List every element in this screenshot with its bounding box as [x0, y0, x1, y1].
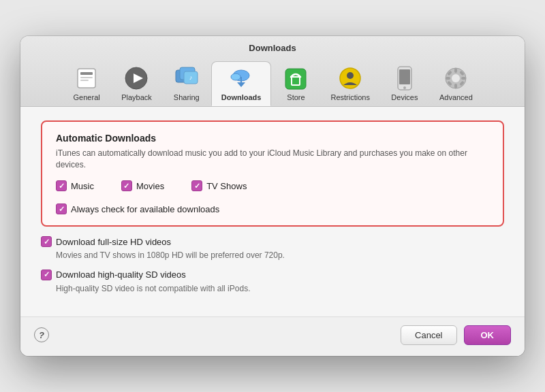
hd-desc: Movies and TV shows in 1080p HD will be …: [56, 250, 504, 261]
tab-downloads[interactable]: Downloads: [211, 61, 272, 106]
footer: ? Cancel OK: [20, 316, 525, 356]
dialog-window: Downloads General: [20, 36, 525, 355]
tab-store[interactable]: Store: [271, 61, 320, 106]
hd-section: Download full-size HD videos Movies and …: [41, 236, 504, 261]
svg-rect-25: [446, 77, 450, 80]
sd-desc: High-quality SD video is not compatible …: [56, 283, 504, 295]
always-check-row[interactable]: Always check for available downloads: [56, 203, 489, 214]
tab-store-label: Store: [287, 93, 305, 101]
tab-restrictions[interactable]: Restrictions: [320, 61, 379, 106]
sharing-icon: ♪: [174, 66, 199, 91]
toolbar: General Playback: [20, 59, 525, 106]
playback-icon: [124, 66, 149, 91]
music-label: Music: [71, 181, 94, 191]
tab-devices-label: Devices: [391, 93, 418, 101]
tab-general[interactable]: General: [62, 61, 111, 106]
general-icon: [74, 66, 99, 91]
hd-row[interactable]: Download full-size HD videos: [41, 236, 504, 247]
svg-text:♪: ♪: [189, 74, 193, 81]
sd-section: Download high-quality SD videos High-qua…: [41, 270, 504, 295]
ok-button[interactable]: OK: [464, 325, 512, 345]
svg-marker-13: [237, 82, 245, 87]
music-checkbox-item[interactable]: Music: [56, 180, 94, 191]
title-bar: Downloads General: [20, 36, 525, 107]
svg-point-22: [452, 74, 460, 82]
hd-label: Download full-size HD videos: [56, 237, 171, 247]
movies-checkbox-item[interactable]: Movies: [121, 180, 164, 191]
tab-general-label: General: [74, 93, 100, 101]
auto-downloads-desc: iTunes can automatically download music …: [56, 148, 489, 171]
svg-rect-3: [80, 80, 89, 81]
cancel-button[interactable]: Cancel: [401, 325, 456, 345]
tab-playback[interactable]: Playback: [111, 61, 162, 106]
sd-row[interactable]: Download high-quality SD videos: [41, 270, 504, 280]
tab-restrictions-label: Restrictions: [330, 93, 369, 101]
movies-label: Movies: [136, 181, 164, 191]
tab-advanced[interactable]: Advanced: [429, 61, 483, 106]
content-area: Automatic Downloads iTunes can automatic…: [20, 107, 525, 316]
help-button[interactable]: ?: [34, 327, 49, 342]
tv-shows-label: TV Shows: [206, 181, 247, 191]
sd-checkbox[interactable]: [41, 270, 52, 280]
svg-point-11: [231, 74, 240, 80]
store-icon: [283, 66, 308, 91]
tab-downloads-label: Downloads: [221, 93, 262, 101]
tv-shows-checkbox-item[interactable]: TV Shows: [191, 180, 247, 191]
window-title: Downloads: [20, 43, 525, 53]
svg-rect-2: [80, 77, 93, 78]
advanced-icon: [443, 66, 468, 91]
always-check-checkbox[interactable]: [56, 203, 67, 214]
svg-rect-23: [454, 68, 457, 73]
music-checkbox[interactable]: [56, 180, 67, 191]
svg-point-17: [347, 72, 354, 79]
svg-point-20: [403, 86, 406, 89]
restrictions-icon: [338, 66, 362, 91]
svg-rect-26: [461, 77, 466, 80]
tab-devices[interactable]: Devices: [380, 61, 429, 106]
checkboxes-row: Music Movies TV Shows: [56, 180, 489, 191]
tab-playback-label: Playback: [121, 93, 152, 101]
auto-downloads-title: Automatic Downloads: [56, 133, 489, 144]
tab-sharing-label: Sharing: [174, 93, 200, 101]
auto-downloads-section: Automatic Downloads iTunes can automatic…: [41, 120, 504, 227]
svg-rect-19: [399, 69, 410, 84]
sd-label: Download high-quality SD videos: [56, 270, 186, 280]
svg-rect-24: [454, 84, 457, 88]
always-check-label: Always check for available downloads: [71, 204, 219, 214]
downloads-icon: [229, 66, 253, 91]
footer-buttons: Cancel OK: [401, 325, 511, 345]
tv-shows-checkbox[interactable]: [191, 180, 202, 191]
movies-checkbox[interactable]: [121, 180, 132, 191]
svg-rect-1: [80, 72, 93, 75]
tab-advanced-label: Advanced: [439, 93, 473, 101]
devices-icon: [392, 66, 417, 91]
hd-checkbox[interactable]: [41, 236, 52, 247]
tab-sharing[interactable]: ♪ Sharing: [162, 61, 211, 106]
svg-rect-14: [285, 69, 306, 89]
